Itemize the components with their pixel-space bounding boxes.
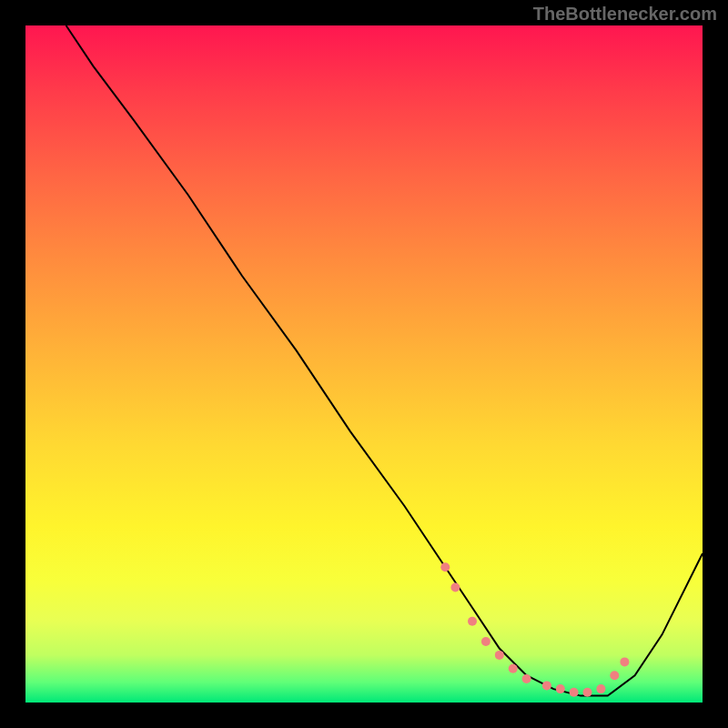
marker-dot [481, 637, 490, 646]
marker-dot [556, 684, 565, 693]
chart-svg [25, 25, 703, 703]
marker-dot [570, 688, 579, 697]
marker-dot [542, 681, 551, 690]
watermark-text: TheBottlenecker.com [533, 4, 717, 25]
marker-dot [509, 664, 518, 673]
marker-dot [468, 617, 477, 626]
chart-plot-area [25, 25, 703, 703]
marker-dot [450, 583, 460, 592]
marker-dot [583, 688, 592, 697]
marker-dot [522, 674, 531, 683]
curve-markers [440, 562, 629, 697]
marker-dot [620, 657, 629, 666]
marker-dot [440, 562, 450, 571]
marker-dot [495, 651, 504, 660]
marker-dot [596, 684, 605, 693]
marker-dot [610, 671, 619, 680]
bottleneck-curve [66, 25, 703, 696]
